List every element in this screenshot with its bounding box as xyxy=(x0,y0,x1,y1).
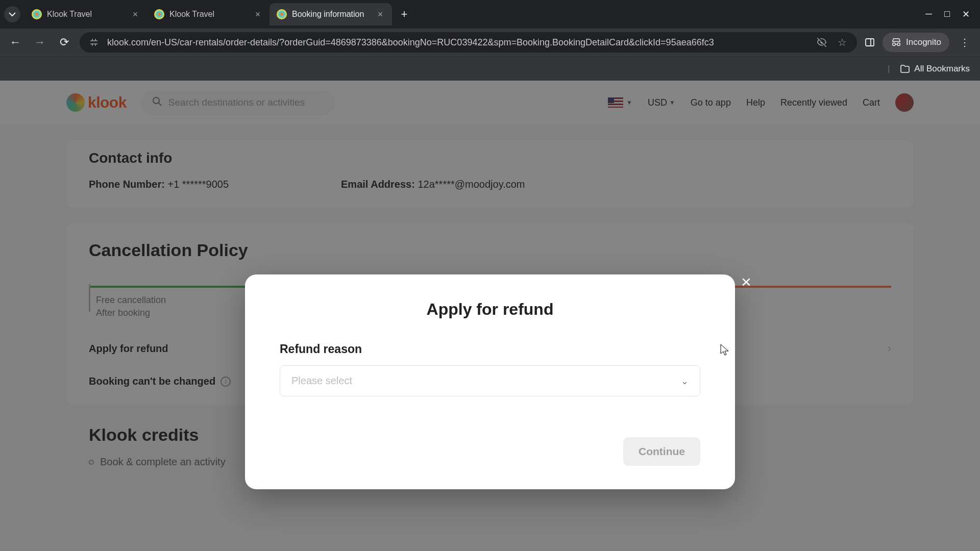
tab-title: Klook Travel xyxy=(169,10,248,19)
incognito-icon xyxy=(891,37,902,48)
tab-title: Booking information xyxy=(292,10,371,19)
divider: | xyxy=(888,64,890,73)
page-viewport: klook Search destinations or activities … xyxy=(0,81,980,551)
tab-booking-information[interactable]: Booking information × xyxy=(270,3,392,26)
refund-reason-label: Refund reason xyxy=(280,342,700,356)
url-text: klook.com/en-US/car-rentals/order-detail… xyxy=(107,37,808,48)
svg-rect-0 xyxy=(866,39,874,46)
close-icon[interactable]: × xyxy=(131,10,140,19)
refund-modal: × Apply for refund Refund reason Please … xyxy=(245,274,735,489)
address-bar[interactable]: klook.com/en-US/car-rentals/order-detail… xyxy=(80,32,857,53)
browser-menu-button[interactable]: ⋮ xyxy=(955,33,974,52)
tab-klook-travel-1[interactable]: Klook Travel × xyxy=(24,3,147,26)
side-panel-icon[interactable] xyxy=(863,36,876,49)
browser-tab-strip: Klook Travel × Klook Travel × Booking in… xyxy=(0,0,980,29)
refund-reason-select[interactable]: Please select ⌄ xyxy=(280,365,700,396)
favicon-icon xyxy=(154,9,164,19)
bookmarks-bar: | All Bookmarks xyxy=(0,56,980,81)
window-controls: ─ □ ✕ xyxy=(925,9,976,20)
all-bookmarks-button[interactable]: All Bookmarks xyxy=(900,64,970,74)
modal-title: Apply for refund xyxy=(280,300,700,319)
tab-klook-travel-2[interactable]: Klook Travel × xyxy=(147,3,270,26)
close-icon[interactable]: × xyxy=(253,10,262,19)
chevron-down-icon: ⌄ xyxy=(681,375,689,387)
tab-title: Klook Travel xyxy=(47,10,126,19)
chevron-down-icon xyxy=(9,11,16,18)
close-icon[interactable]: × xyxy=(376,10,385,19)
browser-toolbar: ← → ⟳ klook.com/en-US/car-rentals/order-… xyxy=(0,29,980,56)
all-bookmarks-label: All Bookmarks xyxy=(914,64,970,74)
new-tab-button[interactable]: + xyxy=(396,6,412,22)
tab-search-dropdown[interactable] xyxy=(4,6,20,22)
reload-button[interactable]: ⟳ xyxy=(55,33,74,52)
maximize-button[interactable]: □ xyxy=(944,9,950,20)
minimize-button[interactable]: ─ xyxy=(925,9,932,20)
bookmark-star-icon[interactable]: ☆ xyxy=(836,36,849,49)
close-window-button[interactable]: ✕ xyxy=(962,9,970,20)
continue-button[interactable]: Continue xyxy=(623,437,700,466)
site-info-icon[interactable] xyxy=(88,36,100,48)
tabs-container: Klook Travel × Klook Travel × Booking in… xyxy=(24,0,925,29)
forward-button[interactable]: → xyxy=(31,33,49,52)
incognito-indicator[interactable]: Incognito xyxy=(883,33,949,52)
eye-off-icon[interactable] xyxy=(815,36,828,49)
incognito-label: Incognito xyxy=(906,37,941,47)
modal-close-button[interactable]: × xyxy=(736,271,756,292)
favicon-icon xyxy=(32,9,42,19)
select-placeholder: Please select xyxy=(291,375,352,387)
favicon-icon xyxy=(277,9,287,19)
folder-icon xyxy=(900,64,910,74)
back-button[interactable]: ← xyxy=(6,33,24,52)
